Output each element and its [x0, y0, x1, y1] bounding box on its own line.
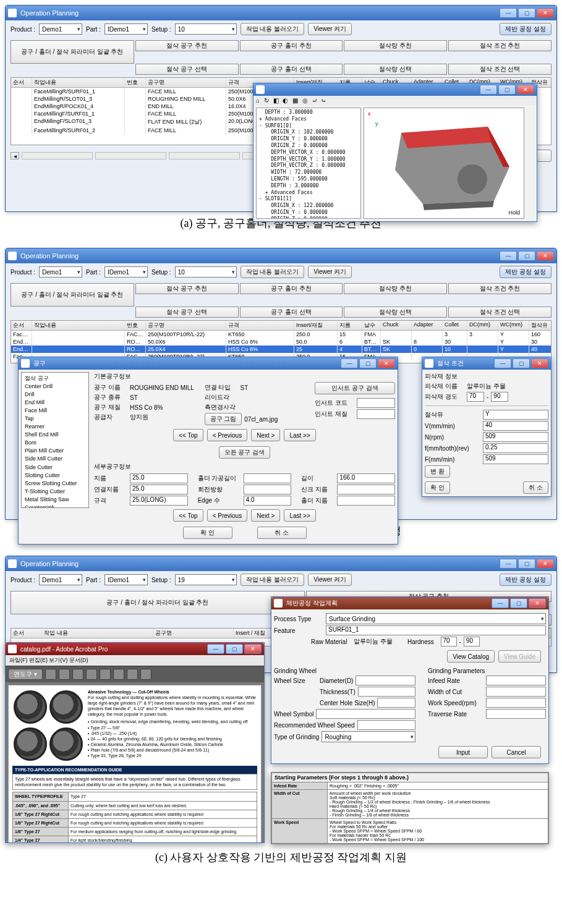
nav2-last[interactable]: Last >>	[284, 509, 315, 522]
dlg-max[interactable]: ▢	[359, 358, 377, 368]
tab-cond-sel[interactable]: 절삭 조건 선택	[448, 307, 551, 318]
inf-input[interactable]	[486, 676, 546, 685]
table-row[interactable]: EndMillingR/POCK01_4ROUGHING END MILL25.…	[11, 345, 551, 353]
holder-input[interactable]	[244, 473, 292, 483]
minimize-button[interactable]: —	[500, 559, 517, 569]
dia-input[interactable]	[356, 676, 415, 685]
cond-cancel[interactable]: 취 소	[523, 481, 548, 494]
all-tool-search[interactable]: 모든 공구 검색	[219, 446, 271, 459]
nav2-next[interactable]: Next >	[251, 509, 280, 522]
maximize-button[interactable]: ▢	[518, 251, 535, 261]
tab-batch-recommend[interactable]: 공구 / 홀더 / 절삭 파라미터 일괄 추천	[11, 283, 134, 307]
spec-input[interactable]: 25.0(LONG)	[130, 496, 188, 506]
nav-prev[interactable]: < Previous	[207, 429, 248, 441]
tab-batch[interactable]: 공구 / 홀더 / 절삭 파라미터 일괄 추천	[11, 591, 305, 614]
tab-depth-sel[interactable]: 절삭량 선택	[344, 64, 447, 75]
insert-code-input[interactable]	[357, 398, 395, 408]
close-button[interactable]: ✕	[537, 8, 554, 18]
nav-top[interactable]: << Top	[173, 429, 203, 441]
load-button[interactable]: 작업 내용 불러오기	[241, 574, 305, 586]
setup-combo[interactable]: 10	[175, 266, 237, 278]
list-item[interactable]: Drill	[25, 391, 85, 399]
hard-lo[interactable]: 70	[467, 392, 484, 402]
tab-tool-rec[interactable]: 절삭 공구 추천	[135, 40, 239, 51]
general-process-button[interactable]: 제반 공정 설정	[500, 574, 551, 586]
tab-holder-rec[interactable]: 공구 홀더 추천	[240, 283, 343, 294]
close-button[interactable]: ✕	[537, 559, 554, 569]
list-item[interactable]: Shell End Mill	[25, 431, 85, 439]
pdf-tool-3[interactable]	[72, 669, 83, 680]
list-item[interactable]: Center Drill	[25, 383, 85, 391]
tab-holder-sel[interactable]: 공구 홀더 선택	[240, 64, 343, 75]
tab-batch-recommend[interactable]: 공구 / 홀더 / 절삭 파라미터 일괄 추천	[11, 40, 134, 64]
pdf-tool-6[interactable]	[113, 669, 124, 680]
conn-input[interactable]: 25.0	[130, 485, 188, 494]
tool-category-list[interactable]: 절삭 공구Center DrillDrillEnd MillFace MillT…	[21, 372, 89, 508]
part-combo[interactable]: IDemo1	[104, 574, 148, 585]
dlg-close[interactable]: ✕	[378, 358, 395, 368]
rot-input[interactable]	[244, 485, 292, 494]
tab-tool-sel[interactable]: 절삭 공구 선택	[135, 64, 239, 75]
table-row[interactable]: EndMillingR/SLOT01_3ROUGHING END MILL50.…	[11, 338, 551, 345]
product-combo[interactable]: Demo1	[39, 23, 82, 35]
load-button[interactable]: 작업 내용 불러오기	[241, 266, 305, 278]
hard-lo[interactable]: 70	[441, 637, 457, 646]
thk-input[interactable]	[358, 687, 415, 697]
gen-min[interactable]: —	[492, 598, 509, 608]
insert-mat-input[interactable]	[357, 409, 395, 419]
pdf-tool-8[interactable]	[140, 669, 151, 680]
maximize-button[interactable]: ▢	[518, 559, 535, 569]
general-process-button[interactable]: 제반 공정 설정	[500, 266, 551, 278]
pdf-close[interactable]: ✕	[244, 644, 262, 654]
tab-holder-sel[interactable]: 공구 홀더 선택	[240, 307, 343, 318]
viewer-button[interactable]: Viewer 켜기	[308, 574, 352, 586]
pdf-max[interactable]: ▢	[226, 644, 243, 654]
viewer-min[interactable]: —	[480, 85, 497, 95]
wsp-input[interactable]	[486, 698, 546, 708]
rws-input[interactable]	[357, 720, 415, 730]
tool-image-button[interactable]: 공구 그림	[205, 413, 242, 425]
tool-cancel[interactable]: 취 소	[257, 527, 307, 539]
v-input[interactable]: 40	[483, 421, 548, 431]
gen-close[interactable]: ✕	[529, 598, 546, 608]
setup-combo[interactable]: 10	[175, 23, 237, 35]
hard-hi[interactable]: 90	[491, 392, 508, 402]
holderd-input[interactable]	[337, 496, 395, 506]
tab-cond-rec[interactable]: 절삭 조건 추천	[448, 40, 551, 51]
list-item[interactable]: Plain Mill Cutter	[25, 447, 85, 455]
product-combo[interactable]: Demo1	[39, 574, 82, 585]
list-item[interactable]: Side Mill Cutter	[25, 455, 85, 463]
list-item[interactable]: Slotting Cutter	[25, 472, 85, 480]
nav2-top[interactable]: << Top	[173, 509, 203, 522]
chs-input[interactable]	[377, 698, 415, 708]
viewer-button[interactable]: Viewer 켜기	[308, 23, 352, 35]
coolant-input[interactable]: Y	[483, 410, 548, 420]
pdf-tool-combo[interactable]: 면도구 ▾	[8, 669, 43, 680]
general-process-button[interactable]: 제반 공정 설정	[500, 23, 551, 35]
gen-cancel-button[interactable]: Cancel	[492, 746, 541, 758]
tool-ok[interactable]: 확 인	[183, 527, 232, 539]
tab-depth-rec[interactable]: 절삭량 추천	[344, 283, 447, 294]
hard-hi[interactable]: 90	[464, 637, 480, 646]
product-combo[interactable]: Demo1	[39, 266, 82, 278]
view-catalog-button[interactable]: View Catalog	[447, 650, 495, 663]
feat-input[interactable]: SURF01_1	[326, 625, 546, 635]
ff-input[interactable]: 509	[483, 454, 548, 464]
list-item[interactable]: Countersink	[25, 504, 85, 508]
list-item[interactable]: Screw Slotting Cutter	[25, 480, 85, 488]
close-button[interactable]: ✕	[537, 251, 554, 261]
viewport-3d[interactable]: x y Hold	[364, 108, 524, 219]
part-combo[interactable]: IDemo1	[104, 23, 148, 35]
viewer-toolbar[interactable]: ⌂ ↻ ◧ ◐ ▦ ◎ ⤾ ⤿	[253, 96, 537, 105]
f-input[interactable]: 0.25	[483, 443, 548, 453]
cond-min[interactable]: —	[494, 358, 511, 368]
list-item[interactable]: Side Cutter	[25, 464, 85, 472]
tab-holder-rec[interactable]: 공구 홀더 추천	[240, 40, 343, 51]
tab-depth-sel[interactable]: 절삭량 선택	[344, 307, 447, 318]
scroll-left[interactable]: ◂	[11, 152, 19, 159]
part-combo[interactable]: IDemo1	[104, 266, 148, 278]
pdf-tool-7[interactable]	[127, 669, 138, 680]
view-guide-button[interactable]: View Guide	[498, 650, 541, 663]
nav-last[interactable]: Last >>	[284, 429, 315, 441]
list-item[interactable]: Reamer	[25, 423, 85, 431]
